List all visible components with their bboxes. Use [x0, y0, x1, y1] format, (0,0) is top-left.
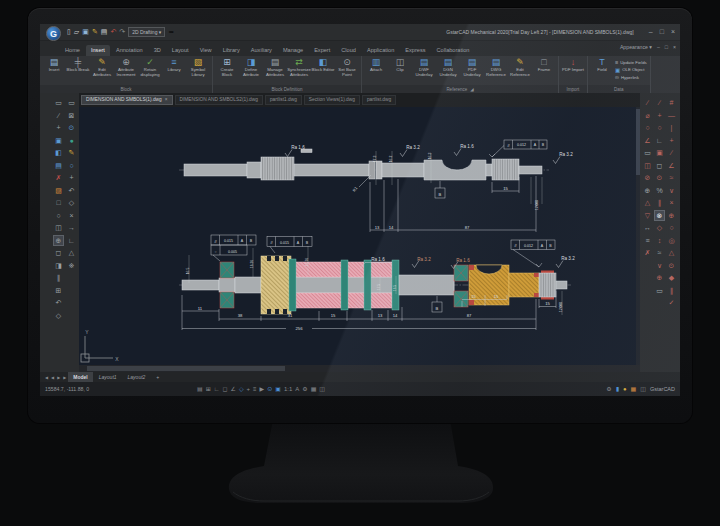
- annotation-visibility-icon[interactable]: A: [295, 385, 299, 394]
- delete-dim-icon[interactable]: ✗: [642, 247, 653, 258]
- ribbon-button-create-block[interactable]: ⊞Create Block: [215, 57, 239, 78]
- snap-mode-icon[interactable]: ∟: [214, 385, 220, 394]
- tab-expert[interactable]: Expert: [309, 45, 335, 56]
- layout-tab-model[interactable]: Model: [68, 372, 92, 382]
- dialog-launcher-icon[interactable]: ◢: [470, 87, 473, 92]
- select-icon[interactable]: ▭: [53, 97, 64, 108]
- workspace-switch-icon[interactable]: ⚙: [302, 385, 307, 394]
- quick-view-icon[interactable]: ▣: [275, 385, 281, 394]
- object-track-icon[interactable]: +: [247, 385, 251, 394]
- line-icon[interactable]: ∕: [53, 110, 64, 121]
- leader-icon[interactable]: ↔: [642, 222, 653, 233]
- lineweight-icon[interactable]: ≡: [253, 385, 257, 394]
- corner-icon[interactable]: ∟: [654, 135, 665, 146]
- polar-tracking-icon[interactable]: ∠: [231, 385, 236, 394]
- ribbon-button-ole-object[interactable]: ▣OLE Object: [615, 67, 647, 73]
- ribbon-button-field[interactable]: TField: [590, 57, 614, 73]
- grid-2-icon[interactable]: ▦: [311, 385, 317, 394]
- rectangle-icon[interactable]: □: [53, 197, 64, 208]
- palette-icon[interactable]: ▦: [631, 385, 637, 394]
- ribbon-button-synchronize-attributes[interactable]: ⇄Synchronize Attributes: [287, 57, 311, 78]
- tab-3d[interactable]: 3D: [149, 45, 166, 56]
- ribbon-button-retain-displaying[interactable]: ✓Retain displaying: [138, 57, 162, 78]
- wave-icon[interactable]: ≈: [666, 172, 677, 183]
- rotate-icon[interactable]: ↶: [53, 297, 64, 308]
- construction-line-icon[interactable]: ∕: [654, 97, 665, 108]
- vertical-scrollbar-thumb[interactable]: [636, 109, 640, 175]
- doc-restore-button[interactable]: □: [665, 44, 668, 50]
- doc-close-button[interactable]: ×: [673, 44, 676, 50]
- ribbon-button-symbol-library[interactable]: ▧Symbol Library: [186, 57, 210, 78]
- tab-collaboration[interactable]: Collaboration: [432, 45, 475, 56]
- layout-nav-prev-icon[interactable]: ◀: [50, 375, 55, 380]
- dim-radius-icon[interactable]: ○: [642, 122, 653, 133]
- copy-icon[interactable]: ◻: [53, 247, 64, 258]
- drawing-canvas[interactable]: Ra 1.617.316.2Ra 3.216.3Ra 1.6R1B1314871…: [79, 107, 640, 365]
- new-file-icon[interactable]: ▯: [67, 27, 71, 37]
- undo-icon[interactable]: ↶: [110, 27, 116, 37]
- ribbon-button-frame[interactable]: □Frame: [532, 57, 556, 73]
- hatch-symbol-icon[interactable]: #: [666, 97, 677, 108]
- triangle-icon[interactable]: △: [666, 247, 677, 258]
- ribbon-button-edit-attributes[interactable]: ✎Edit Attributes: [90, 57, 114, 78]
- hole-circle-icon[interactable]: ○: [654, 122, 665, 133]
- vertical-scrollbar[interactable]: [636, 107, 640, 365]
- tab-layout[interactable]: Layout: [167, 45, 194, 56]
- dim-linear-icon[interactable]: ∕: [642, 97, 653, 108]
- centerline-cross-icon[interactable]: +: [654, 110, 665, 121]
- sphere-icon[interactable]: ●: [66, 135, 77, 146]
- object-snap-icon[interactable]: ◇: [239, 385, 244, 394]
- text-style-icon[interactable]: ≡: [642, 235, 653, 246]
- ribbon-button-insert[interactable]: ▤Insert: [42, 57, 66, 73]
- window-minimize-button[interactable]: –: [649, 27, 653, 36]
- dim-continue-icon[interactable]: ◫: [642, 160, 653, 171]
- hatch-icon[interactable]: ▨: [53, 185, 64, 196]
- ribbon-button-block-break[interactable]: ╪Block Break: [66, 57, 90, 73]
- ribbon-button-dwf-underlay[interactable]: ▤DWF Underlay: [412, 57, 436, 78]
- grid-display-icon[interactable]: ⊞: [206, 385, 211, 394]
- vee-icon[interactable]: ∨: [666, 185, 677, 196]
- parallel2-icon[interactable]: ∥: [666, 285, 677, 296]
- modify-icon[interactable]: ▭: [66, 97, 77, 108]
- save-as-icon[interactable]: ✎: [92, 27, 98, 37]
- tab-insert[interactable]: Insert: [86, 45, 110, 56]
- doc-tab-section-views-1-dwg[interactable]: Section Views(1).dwg: [304, 95, 360, 105]
- box-tool-icon[interactable]: ◻: [654, 160, 665, 171]
- tab-express[interactable]: Express: [400, 45, 430, 56]
- layout-nav-next-icon[interactable]: ▶: [62, 375, 67, 380]
- parallel-icon[interactable]: ∥: [654, 197, 665, 208]
- tab-annotation[interactable]: Annotation: [111, 45, 148, 56]
- clean-screen-icon[interactable]: ◫: [319, 385, 325, 394]
- ribbon-button-block-editor[interactable]: ◧Block Editor: [311, 57, 335, 73]
- extend-icon[interactable]: →: [66, 222, 77, 233]
- tolerance-icon[interactable]: ⊕: [642, 185, 653, 196]
- layout-tab-layout2[interactable]: Layout2: [123, 372, 151, 382]
- tab-library[interactable]: Library: [218, 45, 245, 56]
- layout-tab-[interactable]: +: [151, 372, 164, 382]
- check-icon[interactable]: ✓: [666, 297, 677, 308]
- diamond-icon[interactable]: ◆: [666, 272, 677, 283]
- percent-icon[interactable]: %: [654, 185, 665, 196]
- settings-gear-icon[interactable]: ⚙: [606, 385, 611, 394]
- scale-icon[interactable]: ◇: [53, 310, 64, 321]
- ribbon-button-update-fields[interactable]: ≡Update Fields: [615, 59, 647, 65]
- ribbon-button-edit-reference[interactable]: ✎Edit Reference: [508, 57, 532, 78]
- hline-icon[interactable]: —: [666, 110, 677, 121]
- erase-icon[interactable]: ✗: [53, 172, 64, 183]
- offset-icon[interactable]: ∥: [53, 272, 64, 283]
- model-space-icon[interactable]: ▤: [197, 385, 203, 394]
- tab-auxiliary[interactable]: Auxiliary: [246, 45, 277, 56]
- circle-icon[interactable]: ○: [53, 210, 64, 221]
- print-icon[interactable]: ▤: [101, 27, 108, 37]
- pan-icon[interactable]: +: [66, 172, 77, 183]
- layout-nav-prev-icon[interactable]: ◀: [44, 375, 49, 380]
- datum-icon[interactable]: △: [642, 197, 653, 208]
- dot-circle-icon[interactable]: ⊙: [666, 260, 677, 271]
- clamp-icon[interactable]: ⊕: [53, 235, 64, 246]
- chamfer-icon[interactable]: △: [66, 247, 77, 258]
- ribbon-button-set-base-point[interactable]: ⊙Set Base Point: [335, 57, 359, 78]
- screw-icon[interactable]: ⊗: [654, 210, 665, 221]
- circle-center-icon[interactable]: ⊙: [654, 172, 665, 183]
- tab-application[interactable]: Application: [362, 45, 399, 56]
- explode-icon[interactable]: ※: [66, 260, 77, 271]
